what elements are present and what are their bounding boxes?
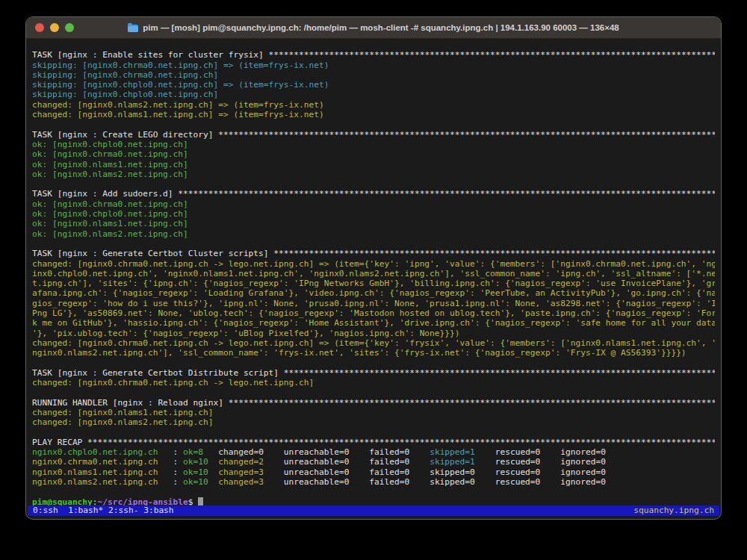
tmux-status-bar: 0:ssh 1:bash* 2:ssh- 3:bash squanchy.ipn…: [28, 505, 719, 516]
terminal-line: RUNNING HANDLER [nginx : Reload nginx] *…: [32, 398, 715, 408]
terminal-line: ok: [nginx0.nlams2.net.ipng.ch]: [32, 229, 715, 239]
terminal-cursor: [198, 497, 203, 505]
close-button[interactable]: [35, 23, 44, 32]
terminal-line: nginx0.nlams1.net.ipng.ch : ok=10 change…: [32, 467, 715, 477]
terminal-line: TASK [nginx : Enable sites for cluster f…: [32, 50, 715, 60]
tmux-hostname: squanchy.ipng.ch: [633, 505, 714, 516]
terminal-line: inx0.chplo0.net.ipng.ch', 'nginx0.nlams1…: [32, 269, 715, 279]
terminal-line: nginx0.chplo0.net.ipng.ch : ok=8 changed…: [32, 447, 715, 457]
terminal-line: skipping: [nginx0.chplo0.net.ipng.ch] =>…: [32, 80, 715, 90]
terminal-line: nginx0.nlams2.net.ipng.ch : ok=10 change…: [32, 477, 715, 487]
terminal-line: nginx0.chrma0.net.ipng.ch : ok=10 change…: [32, 457, 715, 467]
terminal-window: pim — [mosh] pim@squanchy.ipng.ch: /home…: [25, 16, 722, 520]
terminal-line: [32, 487, 715, 497]
terminal-line: nginx0.nlams2.net.ipng.ch'], 'ssl_common…: [32, 348, 715, 358]
terminal-line: ok: [nginx0.chrma0.net.ipng.ch]: [32, 149, 715, 159]
zoom-button[interactable]: [65, 23, 74, 32]
terminal-line: changed: [nginx0.nlams1.net.ipng.ch] => …: [32, 110, 715, 119]
terminal-line: [32, 239, 715, 249]
terminal-output: TASK [nginx : Enable sites for cluster f…: [32, 40, 715, 505]
terminal-line: ok: [nginx0.chrma0.net.ipng.ch]: [32, 199, 715, 209]
terminal-line: pim@squanchy:~/src/ipng-ansible$: [32, 497, 715, 505]
terminal-line: TASK [nginx : Create LEGO directory] ***…: [32, 130, 715, 140]
terminal-line: changed: [nginx0.nlams2.net.ipng.ch]: [32, 417, 715, 427]
terminal-line: [32, 179, 715, 189]
terminal-line: changed: [nginx0.chrma0.net.ipng.ch -> l…: [32, 378, 715, 388]
traffic-lights: [35, 17, 74, 38]
tmux-window-list[interactable]: 0:ssh 1:bash* 2:ssh- 3:bash: [33, 505, 174, 516]
terminal-line: TASK [nginx : Generate Certbot Cluster s…: [32, 249, 715, 258]
terminal-line: '}, 'pix.ublog.tech': {'nagios_regexp': …: [32, 329, 715, 338]
terminal-line: ok: [nginx0.nlams1.net.ipng.ch]: [32, 160, 715, 169]
window-title: pim — [mosh] pim@squanchy.ipng.ch: /home…: [143, 23, 619, 32]
terminal-line: changed: [nginx0.chrma0.net.ipng.ch -> l…: [32, 338, 715, 348]
terminal-line: gios_regexp': 'how do i use this?'}, 'ip…: [32, 299, 715, 308]
terminal-line: ok: [nginx0.chplo0.net.ipng.ch]: [32, 140, 715, 149]
terminal-line: [32, 388, 715, 397]
terminal-line: [32, 40, 715, 50]
minimize-button[interactable]: [50, 23, 59, 32]
terminal-line: TASK [nginx : Add sudoers.d] ***********…: [32, 189, 715, 199]
title-wrap: pim — [mosh] pim@squanchy.ipng.ch: /home…: [128, 23, 619, 32]
terminal-line: changed: [nginx0.chrma0.net.ipng.ch -> l…: [32, 259, 715, 269]
terminal-line: PLAY RECAP *****************************…: [32, 438, 715, 447]
terminal-line: skipping: [nginx0.chrma0.net.ipng.ch]: [32, 70, 715, 80]
terminal-line: skipping: [nginx0.chrma0.net.ipng.ch] =>…: [32, 60, 715, 70]
terminal-line: ok: [nginx0.nlams2.net.ipng.ch]: [32, 169, 715, 179]
terminal-line: afana.ipng.ch': {'nagios_regexp': 'Loadi…: [32, 288, 715, 298]
terminal-line: ok: [nginx0.chplo0.net.ipng.ch]: [32, 209, 715, 219]
terminal-line: changed: [nginx0.nlams1.net.ipng.ch]: [32, 408, 715, 417]
terminal-line: t.ipng.ch'], 'sites': {'ipng.ch': {'nagi…: [32, 279, 715, 288]
terminal-line: k me on GitHub'}, 'hassio.ipng.ch': {'na…: [32, 318, 715, 328]
terminal-line: [32, 358, 715, 368]
terminal-line: [32, 428, 715, 438]
terminal-line: Png LG'}, 'as50869.net': None, 'ublog.te…: [32, 308, 715, 318]
title-bar[interactable]: pim — [mosh] pim@squanchy.ipng.ch: /home…: [26, 17, 721, 39]
terminal-screen[interactable]: TASK [nginx : Enable sites for cluster f…: [26, 39, 721, 519]
terminal-line: skipping: [nginx0.chplo0.net.ipng.ch]: [32, 90, 715, 99]
terminal-line: TASK [nginx : Generate Certbot Distribut…: [32, 368, 715, 378]
terminal-line: changed: [nginx0.nlams2.net.ipng.ch] => …: [32, 100, 715, 110]
folder-icon: [128, 24, 138, 32]
terminal-line: [32, 119, 715, 129]
terminal-line: ok: [nginx0.nlams1.net.ipng.ch]: [32, 219, 715, 228]
